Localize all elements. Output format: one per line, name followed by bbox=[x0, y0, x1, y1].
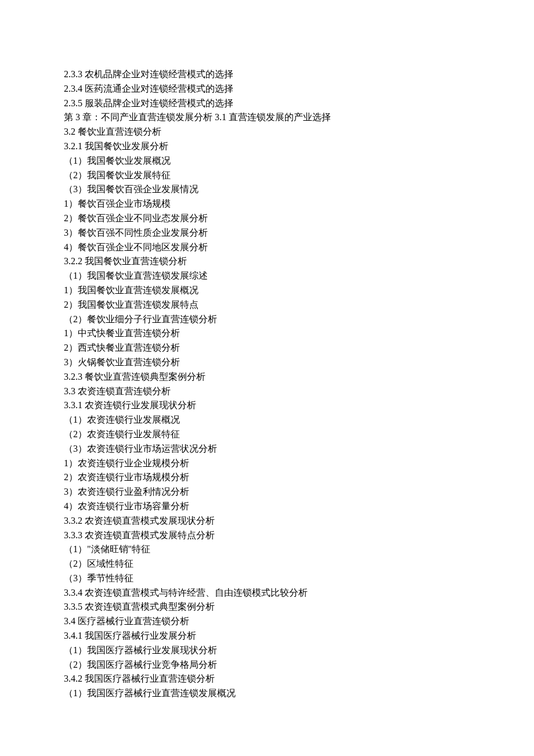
toc-line: 3.2.3 餐饮业直营连锁典型案例分析 bbox=[64, 370, 534, 384]
toc-line: 2.3.5 服装品牌企业对连锁经营模式的选择 bbox=[64, 96, 534, 111]
toc-line: 3.3.1 农资连锁行业发展现状分析 bbox=[64, 398, 534, 413]
toc-line: 1）餐饮百强企业市场规模 bbox=[64, 197, 534, 211]
toc-line: （3）季节性特征 bbox=[64, 571, 534, 586]
toc-line: 第 3 章：不同产业直营连锁发展分析 3.1 直营连锁发展的产业选择 bbox=[64, 110, 534, 125]
toc-line: 3.3 农资连锁直营连锁分析 bbox=[64, 384, 534, 399]
toc-line: 3）餐饮百强不同性质企业发展分析 bbox=[64, 226, 534, 240]
toc-line: （3）我国餐饮百强企业发展情况 bbox=[64, 182, 534, 197]
toc-line: （2）区域性特征 bbox=[64, 557, 534, 571]
toc-line: 3.2 餐饮业直营连锁分析 bbox=[64, 125, 534, 139]
toc-line: 4）餐饮百强企业不同地区发展分析 bbox=[64, 240, 534, 255]
toc-line: 3.3.4 农资连锁直营模式与特许经营、自由连锁模式比较分析 bbox=[64, 586, 534, 600]
toc-line: （1）"淡储旺销"特征 bbox=[64, 542, 534, 557]
toc-line: （1）我国餐饮业直营连锁发展综述 bbox=[64, 269, 534, 283]
toc-line: 3.3.5 农资连锁直营模式典型案例分析 bbox=[64, 600, 534, 614]
toc-line: （2）我国餐饮业发展特征 bbox=[64, 168, 534, 183]
toc-line: 4）农资连锁行业市场容量分析 bbox=[64, 499, 534, 514]
toc-line: 2）我国餐饮业直营连锁发展特点 bbox=[64, 298, 534, 312]
toc-line: 2）农资连锁行业市场规模分析 bbox=[64, 470, 534, 485]
toc-line: （2）农资连锁行业发展特征 bbox=[64, 427, 534, 442]
toc-line: 2.3.4 医药流通企业对连锁经营模式的选择 bbox=[64, 82, 534, 96]
toc-line: 3.2.1 我国餐饮业发展分析 bbox=[64, 139, 534, 154]
toc-line: （1）农资连锁行业发展概况 bbox=[64, 413, 534, 427]
toc-line: 3.4.2 我国医疗器械行业直营连锁分析 bbox=[64, 672, 534, 686]
toc-line: 3）火锅餐饮业直营连锁分析 bbox=[64, 355, 534, 370]
toc-line: 1）我国餐饮业直营连锁发展概况 bbox=[64, 283, 534, 298]
toc-line: 3.3.2 农资连锁直营模式发展现状分析 bbox=[64, 514, 534, 528]
toc-line: 3.4.1 我国医疗器械行业发展分析 bbox=[64, 629, 534, 643]
toc-line: （1）我国医疗器械行业发展现状分析 bbox=[64, 643, 534, 658]
toc-line: 3.2.2 我国餐饮业直营连锁分析 bbox=[64, 254, 534, 269]
toc-line: 1）农资连锁行业企业规模分析 bbox=[64, 456, 534, 471]
document-page: 2.3.3 农机品牌企业对连锁经营模式的选择 2.3.4 医药流通企业对连锁经营… bbox=[0, 0, 534, 756]
toc-line: （1）我国餐饮业发展概况 bbox=[64, 154, 534, 168]
toc-line: 2）西式快餐业直营连锁分析 bbox=[64, 341, 534, 355]
toc-line: 3）农资连锁行业盈利情况分析 bbox=[64, 485, 534, 499]
toc-line: （2）餐饮业细分子行业直营连锁分析 bbox=[64, 312, 534, 327]
toc-line: （2）我国医疗器械行业竞争格局分析 bbox=[64, 658, 534, 672]
toc-line: （3）农资连锁行业市场运营状况分析 bbox=[64, 442, 534, 456]
toc-line: 3.3.3 农资连锁直营模式发展特点分析 bbox=[64, 528, 534, 543]
toc-line: （1）我国医疗器械行业直营连锁发展概况 bbox=[64, 686, 534, 701]
toc-line: 2）餐饮百强企业不同业态发展分析 bbox=[64, 211, 534, 226]
toc-line: 2.3.3 农机品牌企业对连锁经营模式的选择 bbox=[64, 67, 534, 82]
toc-line: 3.4 医疗器械行业直营连锁分析 bbox=[64, 614, 534, 629]
toc-line: 1）中式快餐业直营连锁分析 bbox=[64, 326, 534, 341]
